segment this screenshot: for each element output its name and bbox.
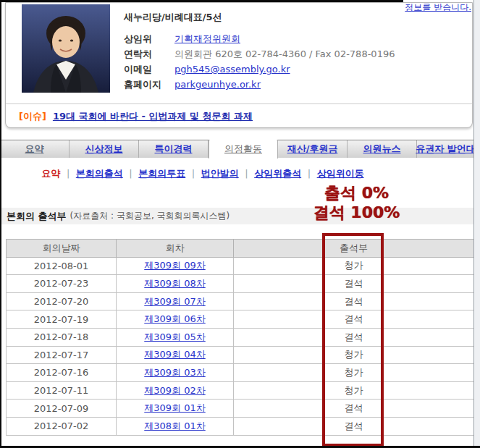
session-link[interactable]: 제309회 05차: [144, 331, 206, 342]
meeting-date: 2012-07-19: [7, 310, 117, 329]
window-edge-top: [0, 0, 403, 2]
subnav-separator: |: [245, 168, 248, 179]
table-row: 2012-07-23 제309회 08차 결석: [7, 275, 474, 293]
table-row: 2012-07-19 제309회 06차 결석: [7, 310, 474, 329]
profile-field-committee: 상임위 기획재정위원회: [124, 31, 395, 46]
session-link[interactable]: 제309회 03차: [144, 367, 206, 378]
table-row: 2012-07-16 제309회 03차 청가: [7, 364, 474, 382]
attendance-status: 청가: [234, 257, 474, 275]
activity-subnav: 요약 | 본회의출석 | 본회의투표 | 법안발의 | 상임위출석 | 상임위이…: [0, 167, 405, 180]
profile-box: 새누리당/비례대표/5선 상임위 기획재정위원회 연락처 의원회관 620호 0…: [5, 2, 473, 128]
tab-member-news[interactable]: 의원뉴스: [348, 140, 417, 158]
subnav-bills-proposed[interactable]: 법안발의: [201, 168, 239, 179]
table-row: 2012-07-18 제309회 05차 결석: [7, 328, 474, 346]
meeting-date: 2012-07-18: [7, 328, 117, 346]
subnav-committee-attendance[interactable]: 상임위출석: [254, 168, 301, 179]
section-data-source: (자료출처 : 국회공보, 국회회의록시스템): [70, 210, 230, 222]
attendance-percent: 출석 0%: [275, 183, 438, 203]
meeting-date: 2012-07-17: [7, 346, 117, 364]
homepage-link[interactable]: parkgeunhye.or.kr: [174, 79, 261, 90]
tab-assets-donations[interactable]: 재산/후원금: [278, 140, 348, 158]
absence-percent: 결석 100%: [275, 203, 438, 222]
attendance-status: 결석: [234, 328, 474, 346]
meeting-date: 2012-07-23: [7, 275, 117, 293]
attendance-status: 결석: [234, 400, 474, 418]
meeting-date: 2012-07-11: [7, 381, 117, 400]
profile-field-contact: 연락처 의원회관 620호 02-784-4360 / Fax 02-788-0…: [124, 46, 395, 62]
main-tabbar: 요약 신상정보 특이경력 의정활동 재산/후원금 의원뉴스 유권자 발언대: [0, 140, 474, 158]
profile-field-homepage: 홈페이지 parkgeunhye.or.kr: [124, 77, 395, 92]
subscribe-info-link[interactable]: 정보를 받습니다.: [405, 1, 471, 14]
table-row: 2012-07-20 제309회 07차 결석: [7, 292, 474, 310]
field-label: 이메일: [124, 63, 174, 76]
field-label: 홈페이지: [124, 78, 174, 91]
table-row: 2012-07-17 제309회 04차 청가: [7, 346, 474, 364]
tab-special-career[interactable]: 특이경력: [139, 140, 209, 158]
subnav-plenary-attendance[interactable]: 본회의출석: [76, 168, 123, 179]
subnav-committee-moves[interactable]: 상임위이동: [317, 168, 364, 179]
session-link[interactable]: 제309회 01차: [144, 402, 206, 413]
contact-value: 의원회관 620호 02-784-4360 / Fax 02-788-0196: [174, 48, 395, 61]
subnav-separator: |: [129, 168, 132, 179]
attendance-status: 청가: [234, 364, 474, 382]
email-link[interactable]: pgh545@assembly.go.kr: [174, 64, 290, 75]
session-link[interactable]: 제309회 02차: [144, 385, 206, 396]
attendance-status: 청가: [234, 346, 474, 364]
session-link[interactable]: 제308회 01차: [144, 420, 206, 431]
issue-tag: [이슈]: [19, 110, 46, 123]
member-portrait-image: [22, 4, 110, 93]
committee-link[interactable]: 기획재정위원회: [174, 33, 240, 46]
table-row: 2012-07-09 제309회 01차 결석: [7, 400, 474, 418]
field-label: 연락처: [124, 48, 174, 61]
tab-legislative-activity[interactable]: 의정활동: [209, 140, 278, 159]
table-header-row: 회의날짜 회차 출석부: [7, 240, 474, 258]
subnav-separator: |: [192, 168, 195, 179]
header-meeting-date: 회의날짜: [7, 240, 117, 258]
table-row: 2012-07-02 제308회 01차 결석: [7, 417, 474, 435]
section-title: 본회의 출석부: [7, 210, 67, 223]
session-link[interactable]: 제309회 06차: [144, 313, 206, 324]
issue-banner: [이슈] 19대 국회에 바란다 - 입법과제 및 청문회 과제: [6, 103, 472, 129]
tab-personal-info[interactable]: 신상정보: [70, 140, 139, 158]
meeting-date: 2012-08-01: [7, 257, 117, 275]
attendance-table: 회의날짜 회차 출석부 2012-08-01 제309회 09차 청가 2012…: [6, 239, 474, 436]
member-photo: [22, 4, 110, 93]
meeting-date: 2012-07-16: [7, 364, 117, 382]
session-link[interactable]: 제309회 09차: [144, 260, 206, 271]
subnav-plenary-votes[interactable]: 본회의투표: [138, 168, 185, 179]
table-row: 2012-08-01 제309회 09차 청가: [7, 257, 474, 275]
meeting-date: 2012-07-09: [7, 400, 117, 418]
profile-info: 새누리당/비례대표/5선 상임위 기획재정위원회 연락처 의원회관 620호 0…: [124, 11, 395, 92]
attendance-annotation: 출석 0% 결석 100%: [275, 183, 438, 222]
tab-voter-board[interactable]: 유권자 발언대: [417, 140, 474, 158]
profile-field-email: 이메일 pgh545@assembly.go.kr: [124, 62, 395, 77]
attendance-status: 결석: [234, 310, 474, 329]
subnav-summary[interactable]: 요약: [41, 168, 60, 179]
issue-title-link[interactable]: 19대 국회에 바란다 - 입법과제 및 청문회 과제: [53, 110, 253, 123]
party-district-terms: 새누리당/비례대표/5선: [124, 11, 395, 24]
session-link[interactable]: 제309회 07차: [144, 296, 206, 307]
header-attendance: 출석부: [234, 240, 474, 258]
table-row: 2012-07-11 제309회 02차 청가: [7, 381, 474, 400]
member-profile-page: 정보를 받습니다.: [0, 0, 480, 448]
window-edge-right: [473, 0, 480, 448]
header-session: 회차: [117, 240, 234, 258]
window-edge-left: [0, 0, 1, 448]
session-link[interactable]: 제309회 04차: [144, 349, 206, 360]
subnav-separator: |: [308, 168, 311, 179]
attendance-table-wrap: 회의날짜 회차 출석부 2012-08-01 제309회 09차 청가 2012…: [6, 239, 474, 436]
attendance-status: 결석: [234, 275, 474, 293]
attendance-status: 결석: [234, 417, 474, 435]
attendance-status: 청가: [234, 381, 474, 400]
field-label: 상임위: [124, 33, 174, 46]
subnav-separator: |: [67, 168, 70, 179]
tab-summary[interactable]: 요약: [0, 140, 70, 158]
session-link[interactable]: 제309회 08차: [144, 278, 206, 289]
meeting-date: 2012-07-20: [7, 292, 117, 310]
meeting-date: 2012-07-02: [7, 417, 117, 435]
attendance-status: 결석: [234, 292, 474, 310]
